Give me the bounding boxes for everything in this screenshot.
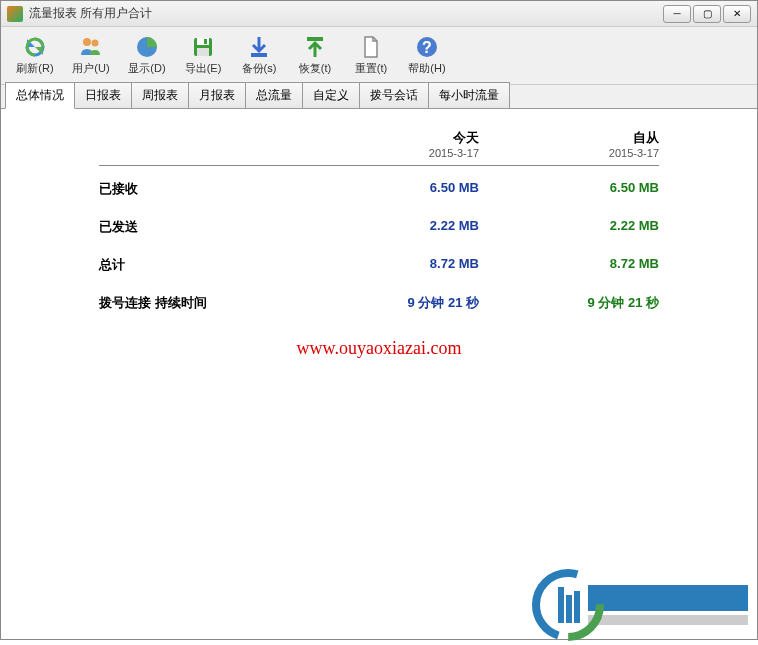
restore-button[interactable]: 恢复(t) bbox=[289, 31, 341, 81]
label-duration: 拨号连接 持续时间 bbox=[99, 294, 299, 312]
export-button[interactable]: 导出(E) bbox=[177, 31, 229, 81]
tab-weekly[interactable]: 周报表 bbox=[131, 82, 189, 108]
tab-dialup[interactable]: 拨号会话 bbox=[359, 82, 429, 108]
save-icon bbox=[191, 35, 215, 59]
display-icon bbox=[135, 35, 159, 59]
label-received: 已接收 bbox=[99, 180, 299, 198]
tab-hourly[interactable]: 每小时流量 bbox=[428, 82, 510, 108]
logo-bar bbox=[588, 585, 748, 611]
help-button[interactable]: ? 帮助(H) bbox=[401, 31, 453, 81]
minimize-button[interactable]: ─ bbox=[663, 5, 691, 23]
titlebar: 流量报表 所有用户合计 ─ ▢ ✕ bbox=[1, 1, 757, 27]
label-sent: 已发送 bbox=[99, 218, 299, 236]
received-since: 6.50 MB bbox=[479, 180, 659, 198]
svg-rect-13 bbox=[574, 591, 580, 623]
sent-since: 2.22 MB bbox=[479, 218, 659, 236]
svg-text:?: ? bbox=[422, 39, 432, 56]
app-icon bbox=[7, 6, 23, 22]
row-sent: 已发送 2.22 MB 2.22 MB bbox=[99, 204, 659, 242]
total-today: 8.72 MB bbox=[299, 256, 479, 274]
row-received: 已接收 6.50 MB 6.50 MB bbox=[99, 166, 659, 204]
duration-today: 9 分钟 21 秒 bbox=[299, 294, 479, 312]
received-today: 6.50 MB bbox=[299, 180, 479, 198]
close-button[interactable]: ✕ bbox=[723, 5, 751, 23]
header-since: 自从 bbox=[479, 129, 659, 147]
window-controls: ─ ▢ ✕ bbox=[663, 5, 751, 23]
logo-circle-icon bbox=[528, 565, 608, 645]
tab-monthly[interactable]: 月报表 bbox=[188, 82, 246, 108]
tab-daily[interactable]: 日报表 bbox=[74, 82, 132, 108]
refresh-icon bbox=[23, 35, 47, 59]
download-icon bbox=[247, 35, 271, 59]
upload-icon bbox=[303, 35, 327, 59]
help-icon: ? bbox=[415, 35, 439, 59]
refresh-button[interactable]: 刷新(R) bbox=[9, 31, 61, 81]
backup-button[interactable]: 备份(s) bbox=[233, 31, 285, 81]
tab-total[interactable]: 总流量 bbox=[245, 82, 303, 108]
label-total: 总计 bbox=[99, 256, 299, 274]
bottom-logo bbox=[528, 565, 748, 645]
reset-label: 重置(t) bbox=[355, 61, 387, 76]
window-title: 流量报表 所有用户合计 bbox=[29, 5, 663, 22]
duration-since: 9 分钟 21 秒 bbox=[479, 294, 659, 312]
display-label: 显示(D) bbox=[128, 61, 165, 76]
svg-rect-4 bbox=[197, 38, 209, 45]
tab-bar: 总体情况 日报表 周报表 月报表 总流量 自定义 拨号会话 每小时流量 bbox=[1, 85, 757, 109]
report-header: 今天 2015-3-17 自从 2015-3-17 bbox=[99, 129, 659, 166]
restore-label: 恢复(t) bbox=[299, 61, 331, 76]
header-since-date: 2015-3-17 bbox=[479, 147, 659, 159]
tab-custom[interactable]: 自定义 bbox=[302, 82, 360, 108]
maximize-button[interactable]: ▢ bbox=[693, 5, 721, 23]
svg-point-1 bbox=[92, 40, 99, 47]
sent-today: 2.22 MB bbox=[299, 218, 479, 236]
users-label: 用户(U) bbox=[72, 61, 109, 76]
export-label: 导出(E) bbox=[185, 61, 222, 76]
svg-rect-12 bbox=[566, 595, 572, 623]
app-window: 流量报表 所有用户合计 ─ ▢ ✕ 刷新(R) 用户(U) 显示(D) bbox=[0, 0, 758, 640]
header-today-date: 2015-3-17 bbox=[299, 147, 479, 159]
report-table: 今天 2015-3-17 自从 2015-3-17 已接收 6.50 MB 6.… bbox=[99, 129, 659, 318]
document-icon bbox=[359, 35, 383, 59]
svg-point-0 bbox=[83, 38, 91, 46]
svg-rect-5 bbox=[204, 39, 207, 44]
refresh-label: 刷新(R) bbox=[16, 61, 53, 76]
svg-rect-6 bbox=[197, 48, 209, 56]
help-label: 帮助(H) bbox=[408, 61, 445, 76]
logo-shadow bbox=[588, 615, 748, 625]
watermark-text: www.ouyaoxiazai.com bbox=[31, 338, 727, 359]
display-button[interactable]: 显示(D) bbox=[121, 31, 173, 81]
users-button[interactable]: 用户(U) bbox=[65, 31, 117, 81]
header-today: 今天 bbox=[299, 129, 479, 147]
row-duration: 拨号连接 持续时间 9 分钟 21 秒 9 分钟 21 秒 bbox=[99, 280, 659, 318]
tab-overview[interactable]: 总体情况 bbox=[5, 82, 75, 109]
svg-rect-11 bbox=[558, 587, 564, 623]
total-since: 8.72 MB bbox=[479, 256, 659, 274]
row-total: 总计 8.72 MB 8.72 MB bbox=[99, 242, 659, 280]
content-area: 今天 2015-3-17 自从 2015-3-17 已接收 6.50 MB 6.… bbox=[1, 109, 757, 639]
users-icon bbox=[79, 35, 103, 59]
toolbar: 刷新(R) 用户(U) 显示(D) 导出(E) 备份(s) bbox=[1, 27, 757, 85]
reset-button[interactable]: 重置(t) bbox=[345, 31, 397, 81]
backup-label: 备份(s) bbox=[242, 61, 277, 76]
